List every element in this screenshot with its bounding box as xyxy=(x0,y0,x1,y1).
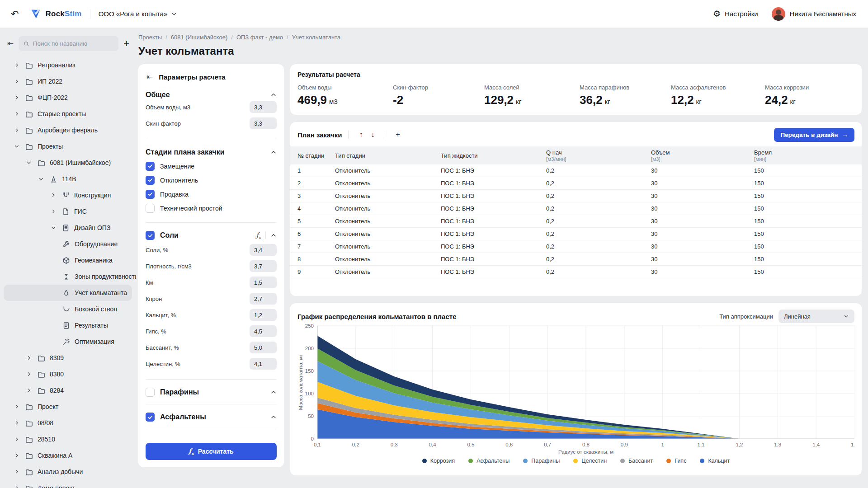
table-cell[interactable]: 0,2 xyxy=(546,167,651,174)
table-cell[interactable]: 150 xyxy=(754,205,854,212)
legend-item[interactable]: Парафины xyxy=(523,458,560,464)
table-cell[interactable]: Отклонитель xyxy=(335,256,441,263)
tree-item[interactable]: Ретроанализ xyxy=(4,57,132,73)
table-cell[interactable]: 0,2 xyxy=(546,268,651,275)
chevron-right-icon[interactable] xyxy=(13,127,20,133)
tree-item[interactable]: Дизайн ОПЗ xyxy=(4,220,132,236)
table-cell[interactable]: 150 xyxy=(754,167,854,174)
table-cell[interactable]: 30 xyxy=(651,167,754,174)
chevron-right-icon[interactable] xyxy=(13,111,20,117)
checkbox[interactable] xyxy=(146,413,155,422)
chevron-up-icon[interactable] xyxy=(270,414,277,420)
chevron-up-icon[interactable] xyxy=(270,149,277,155)
chevron-right-icon[interactable] xyxy=(25,371,33,377)
table-cell[interactable]: 30 xyxy=(651,192,754,199)
chevron-down-icon[interactable] xyxy=(13,144,20,149)
table-cell[interactable]: 150 xyxy=(754,268,854,275)
user-menu[interactable]: Никита Беспамятных xyxy=(772,7,856,21)
chevron-right-icon[interactable] xyxy=(25,388,33,393)
add-project-button[interactable]: + xyxy=(123,39,129,49)
stage-checkbox-row[interactable]: Замещение xyxy=(146,159,277,173)
chevron-right-icon[interactable] xyxy=(25,355,33,361)
table-cell[interactable]: 4 xyxy=(297,205,335,212)
tree-item[interactable]: Скважина А xyxy=(4,447,132,464)
table-cell[interactable]: 6 xyxy=(297,230,335,237)
chevron-right-icon[interactable] xyxy=(13,404,20,409)
tree-item[interactable]: 8380 xyxy=(4,366,132,382)
tree-item[interactable]: ФЦП-2022 xyxy=(4,89,132,106)
table-cell[interactable]: ПОС 1: БНЭ xyxy=(441,192,546,199)
table-cell[interactable]: 0,2 xyxy=(546,218,651,225)
param-input[interactable]: 4,1 xyxy=(250,358,277,370)
tree-item[interactable]: ИП 2022 xyxy=(4,73,132,89)
checkbox[interactable] xyxy=(146,190,155,199)
table-cell[interactable]: 8 xyxy=(297,256,335,263)
table-cell[interactable]: Отклонитель xyxy=(335,218,441,225)
table-cell[interactable]: 5 xyxy=(297,218,335,225)
table-cell[interactable]: 30 xyxy=(651,256,754,263)
param-input[interactable]: 3,3 xyxy=(250,117,277,129)
checkbox[interactable] xyxy=(146,176,155,185)
app-logo[interactable]: RockStim xyxy=(30,8,82,20)
search-box[interactable] xyxy=(19,36,118,51)
checkbox[interactable] xyxy=(146,162,155,171)
param-input[interactable]: 3,7 xyxy=(250,260,277,272)
tree-item[interactable]: Учет кольматанта xyxy=(4,285,132,301)
chevron-right-icon[interactable] xyxy=(13,485,20,488)
legend-item[interactable]: Бассанит xyxy=(620,458,653,464)
checkbox[interactable] xyxy=(146,204,155,213)
table-cell[interactable]: ПОС 1: БНЭ xyxy=(441,205,546,212)
table-cell[interactable]: 7 xyxy=(297,243,335,250)
param-input[interactable]: 2,7 xyxy=(250,293,277,305)
table-cell[interactable]: 30 xyxy=(651,180,754,187)
move-up-icon[interactable]: ↑ xyxy=(355,131,367,139)
tree-item[interactable]: Проект xyxy=(4,399,132,415)
table-cell[interactable]: 30 xyxy=(651,218,754,225)
tree-item[interactable]: 08/08 xyxy=(4,415,132,431)
move-down-icon[interactable]: ↓ xyxy=(367,131,378,139)
table-cell[interactable]: 3 xyxy=(297,192,335,199)
tree-item[interactable]: Старые проекты xyxy=(4,106,132,122)
tree-item[interactable]: 114В xyxy=(4,171,132,187)
tree-item[interactable]: 28510 xyxy=(4,431,132,447)
settings-button[interactable]: ⚙ Настройки xyxy=(713,9,758,18)
stage-checkbox-row[interactable]: Продавка xyxy=(146,187,277,201)
table-cell[interactable]: ПОС 1: БНЭ xyxy=(441,230,546,237)
table-cell[interactable]: Отклонитель xyxy=(335,268,441,275)
breadcrumb-item[interactable]: 6081 (Ишимбайское) xyxy=(171,34,227,41)
param-input[interactable]: 5,0 xyxy=(250,342,277,353)
table-cell[interactable]: ПОС 1: БНЭ xyxy=(441,167,546,174)
param-input[interactable]: 3,4 xyxy=(250,244,277,256)
tree-item[interactable]: Анализ добычи xyxy=(4,464,132,480)
calculate-button[interactable]: ƒx Рассчитать xyxy=(146,443,277,460)
tree-item[interactable]: Оборудование xyxy=(4,236,132,252)
tree-item[interactable]: ГИС xyxy=(4,203,132,220)
tree-item[interactable]: Боковой ствол xyxy=(4,301,132,317)
table-cell[interactable]: Отклонитель xyxy=(335,180,441,187)
table-cell[interactable]: 0,2 xyxy=(546,192,651,199)
legend-item[interactable]: Коррозия xyxy=(422,458,455,464)
table-cell[interactable]: 150 xyxy=(754,180,854,187)
table-cell[interactable]: 0,2 xyxy=(546,256,651,263)
table-cell[interactable]: 30 xyxy=(651,230,754,237)
legend-item[interactable]: Кальцит xyxy=(700,458,730,464)
table-cell[interactable]: 150 xyxy=(754,256,854,263)
tree-item[interactable]: Демо-проект xyxy=(4,480,132,488)
tree-item[interactable]: 8284 xyxy=(4,382,132,399)
chevron-right-icon[interactable] xyxy=(13,420,20,426)
chevron-right-icon[interactable] xyxy=(13,469,20,474)
tree-item[interactable]: Конструкция xyxy=(4,187,132,203)
table-cell[interactable]: ПОС 1: БНЭ xyxy=(441,268,546,275)
table-cell[interactable]: 150 xyxy=(754,192,854,199)
approximation-select[interactable]: Линейная xyxy=(778,310,854,323)
table-cell[interactable]: 1 xyxy=(297,167,335,174)
breadcrumb-item[interactable]: Учет кольматанта xyxy=(292,34,341,41)
chevron-right-icon[interactable] xyxy=(50,209,57,214)
tree-item[interactable]: Проекты xyxy=(4,138,132,155)
table-cell[interactable]: 0,2 xyxy=(546,230,651,237)
table-cell[interactable]: Отклонитель xyxy=(335,243,441,250)
tree-item[interactable]: Результаты xyxy=(4,317,132,333)
param-input[interactable]: 1,5 xyxy=(250,277,277,288)
org-selector[interactable]: ООО «Рога и копыта» xyxy=(99,10,177,18)
param-input[interactable]: 1,2 xyxy=(250,309,277,321)
